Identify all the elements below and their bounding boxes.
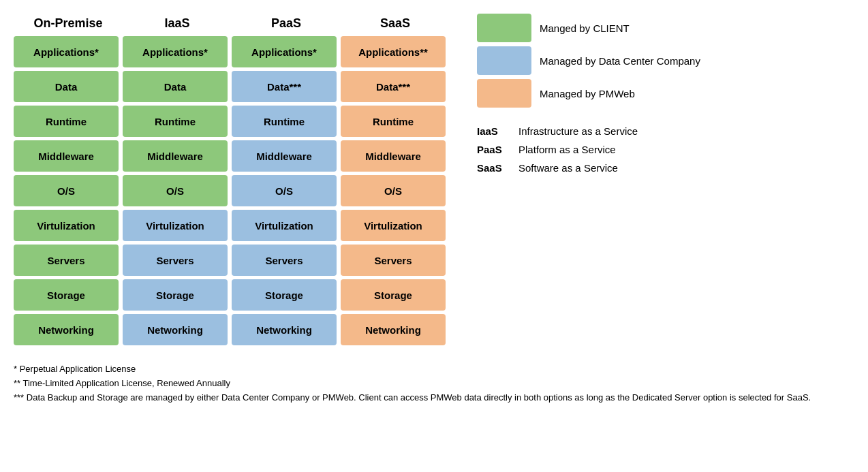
- acronym-desc-iaas: Infrastructure as a Service: [518, 125, 638, 137]
- acronym-item-paas: PaaSPlatform as a Service: [477, 144, 700, 155]
- cell-networking-col3: Networking: [341, 314, 446, 345]
- legend-item-green: Manged by CLIENT: [477, 14, 700, 42]
- cell-servers-col3: Servers: [341, 245, 446, 276]
- cell-servers-col0: Servers: [14, 245, 119, 276]
- cell-virtulization-col3: Virtulization: [341, 210, 446, 241]
- cell-storage-col1: Storage: [123, 279, 228, 311]
- cell-networking-col0: Networking: [14, 314, 119, 345]
- legend-box-blue: [477, 46, 531, 75]
- acronym-label-iaas: IaaS: [477, 125, 508, 137]
- legend-item-blue: Managed by Data Center Company: [477, 46, 700, 75]
- grid-row-networking: NetworkingNetworkingNetworkingNetworking: [14, 314, 450, 345]
- cell-middleware-col2: Middleware: [232, 140, 337, 172]
- legend-area: Manged by CLIENTManaged by Data Center C…: [477, 14, 700, 349]
- cell-os-col1: O/S: [123, 175, 228, 206]
- cell-virtulization-col2: Virtulization: [232, 210, 337, 241]
- acronym-label-paas: PaaS: [477, 144, 508, 155]
- col-header-saas: SaaS: [341, 14, 450, 33]
- main-container: On-PremiseIaaSPaaSSaaS Applications*Appl…: [14, 14, 854, 405]
- cell-servers-col1: Servers: [123, 245, 228, 276]
- legend-box-green: [477, 14, 531, 42]
- cell-virtulization-col0: Virtulization: [14, 210, 119, 241]
- cell-middleware-col0: Middleware: [14, 140, 119, 172]
- cell-networking-col1: Networking: [123, 314, 228, 345]
- grid-row-applications: Applications*Applications*Applications*A…: [14, 36, 450, 67]
- legend-text-green: Manged by CLIENT: [540, 22, 630, 34]
- grid-row-storage: StorageStorageStorageStorage: [14, 279, 450, 311]
- cell-runtime-col2: Runtime: [232, 106, 337, 137]
- cell-runtime-col0: Runtime: [14, 106, 119, 137]
- cell-runtime-col1: Runtime: [123, 106, 228, 137]
- legend-text-orange: Managed by PMWeb: [540, 88, 635, 99]
- acronym-label-saas: SaaS: [477, 162, 508, 174]
- acronym-item-saas: SaaSSoftware as a Service: [477, 162, 700, 174]
- cell-middleware-col1: Middleware: [123, 140, 228, 172]
- cell-applications-col0: Applications*: [14, 36, 119, 67]
- cell-applications-col2: Applications*: [232, 36, 337, 67]
- acronym-desc-paas: Platform as a Service: [518, 144, 616, 155]
- grid-row-middleware: MiddlewareMiddlewareMiddlewareMiddleware: [14, 140, 450, 172]
- cell-runtime-col3: Runtime: [341, 106, 446, 137]
- col-header-paas: PaaS: [232, 14, 341, 33]
- cell-networking-col2: Networking: [232, 314, 337, 345]
- column-headers: On-PremiseIaaSPaaSSaaS: [14, 14, 450, 33]
- cell-servers-col2: Servers: [232, 245, 337, 276]
- col-header-iaas: IaaS: [123, 14, 232, 33]
- grid-row-virtulization: VirtulizationVirtulizationVirtulizationV…: [14, 210, 450, 241]
- acronym-desc-saas: Software as a Service: [518, 162, 618, 174]
- legend-item-orange: Managed by PMWeb: [477, 79, 700, 108]
- top-section: On-PremiseIaaSPaaSSaaS Applications*Appl…: [14, 14, 854, 349]
- cell-data-col0: Data: [14, 71, 119, 102]
- footnote-line: *** Data Backup and Storage are managed …: [14, 391, 854, 405]
- acronym-item-iaas: IaaSInfrastructure as a Service: [477, 125, 700, 137]
- footnote-line: ** Time-Limited Application License, Ren…: [14, 377, 854, 391]
- cell-storage-col0: Storage: [14, 279, 119, 311]
- cell-os-col2: O/S: [232, 175, 337, 206]
- grid-row-servers: ServersServersServersServers: [14, 245, 450, 276]
- grid-row-data: DataDataData***Data***: [14, 71, 450, 102]
- grid-rows: Applications*Applications*Applications*A…: [14, 36, 450, 349]
- grid-area: On-PremiseIaaSPaaSSaaS Applications*Appl…: [14, 14, 450, 349]
- legend-box-orange: [477, 79, 531, 108]
- col-header-on-premise: On-Premise: [14, 14, 123, 33]
- acronym-section: IaaSInfrastructure as a ServicePaaSPlatf…: [477, 125, 700, 174]
- grid-row-runtime: RuntimeRuntimeRuntimeRuntime: [14, 106, 450, 137]
- cell-data-col3: Data***: [341, 71, 446, 102]
- cell-os-col0: O/S: [14, 175, 119, 206]
- footnote-line: * Perpetual Application License: [14, 362, 854, 377]
- cell-os-col3: O/S: [341, 175, 446, 206]
- cell-data-col2: Data***: [232, 71, 337, 102]
- cell-applications-col1: Applications*: [123, 36, 228, 67]
- cell-storage-col2: Storage: [232, 279, 337, 311]
- cell-applications-col3: Applications**: [341, 36, 446, 67]
- cell-storage-col3: Storage: [341, 279, 446, 311]
- footnotes: * Perpetual Application License** Time-L…: [14, 362, 854, 405]
- cell-middleware-col3: Middleware: [341, 140, 446, 172]
- grid-row-os: O/SO/SO/SO/S: [14, 175, 450, 206]
- legend-section: Manged by CLIENTManaged by Data Center C…: [477, 14, 700, 108]
- legend-text-blue: Managed by Data Center Company: [540, 55, 700, 67]
- cell-data-col1: Data: [123, 71, 228, 102]
- cell-virtulization-col1: Virtulization: [123, 210, 228, 241]
